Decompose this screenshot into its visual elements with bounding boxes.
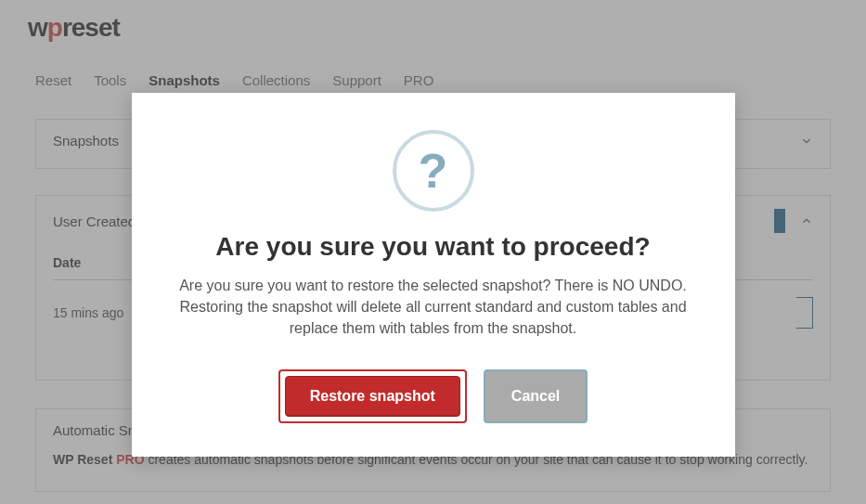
confirm-modal: ? Are you sure you want to proceed? Are … (132, 93, 735, 457)
restore-button-highlight: Restore snapshot (278, 369, 467, 423)
question-icon: ? (393, 130, 474, 212)
cancel-button[interactable]: Cancel (484, 369, 588, 423)
modal-text: Are you sure you want to restore the sel… (169, 275, 698, 340)
restore-snapshot-button[interactable]: Restore snapshot (285, 376, 460, 417)
modal-title: Are you sure you want to proceed? (169, 232, 698, 262)
